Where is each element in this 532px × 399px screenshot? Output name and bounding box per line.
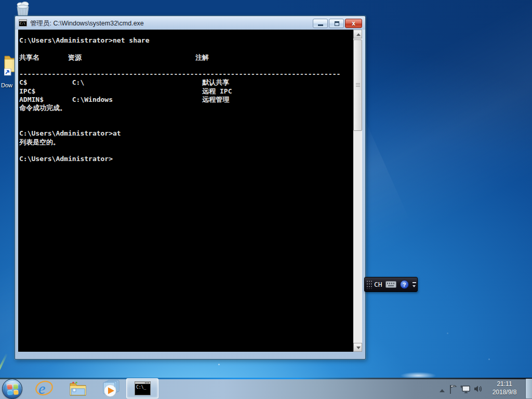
scrollbar-grip [356,83,360,87]
wallpaper-sparkle [488,358,490,360]
shortcut-arrow-icon [4,69,11,76]
cmd-window-title: 管理员: C:\Windows\system32\cmd.exe [30,19,144,28]
wallpaper-sparkle [218,364,220,365]
input-language-button[interactable]: CH [374,281,382,288]
console-text: C:\Users\Administrator>net share 共享名 资源 … [19,36,352,163]
maximize-icon [335,21,339,26]
volume-icon[interactable] [473,384,483,394]
clock-time: 21:11 [485,380,524,388]
network-icon[interactable] [460,384,471,394]
wallpaper-sparkle [447,332,448,334]
close-icon: x [345,20,362,27]
minimize-icon [318,24,323,26]
scroll-down-icon [356,347,361,349]
windows-logo-icon [7,383,18,395]
clock-date: 2018/9/8 [485,388,524,396]
maximize-button[interactable] [329,19,344,28]
cmd-taskbar-button[interactable]: C:\_ [126,378,158,398]
minimize-button[interactable] [313,19,328,28]
help-icon[interactable]: ? [400,280,409,289]
cmd-window: C:\ 管理员: C:\Windows\system32\cmd.exe x C… [15,16,366,360]
cmd-icon: C:\_ [135,381,151,395]
media-player-button[interactable] [100,379,120,398]
console-output-area[interactable]: C:\Users\Administrator>net share 共享名 资源 … [18,30,362,352]
start-button[interactable] [2,379,22,399]
console-scrollbar[interactable] [353,30,362,352]
show-hidden-icons-button[interactable] [440,389,445,392]
windows-explorer-button[interactable] [68,379,88,398]
cmd-window-icon: C:\ [19,19,27,26]
internet-explorer-button[interactable]: e [34,379,54,398]
language-bar[interactable]: CH ? [364,277,418,292]
cmd-titlebar[interactable]: C:\ 管理员: C:\Windows\system32\cmd.exe x [15,16,365,30]
scroll-up-icon [356,33,361,36]
keyboard-layout-icon[interactable] [385,281,396,288]
language-bar-options-icon[interactable] [413,285,416,287]
close-button[interactable]: x [345,19,362,28]
taskbar-clock[interactable]: 21:11 2018/9/8 [485,380,524,396]
scrollbar-thumb[interactable] [353,39,362,131]
scroll-down-button[interactable] [353,343,362,352]
action-center-flag-icon[interactable] [448,384,458,394]
show-desktop-button[interactable] [525,379,532,398]
drag-grip-icon[interactable] [366,280,373,289]
language-bar-minimize-icon[interactable] [413,282,416,283]
scroll-up-button[interactable] [353,30,362,38]
svg-text:e: e [38,380,45,397]
